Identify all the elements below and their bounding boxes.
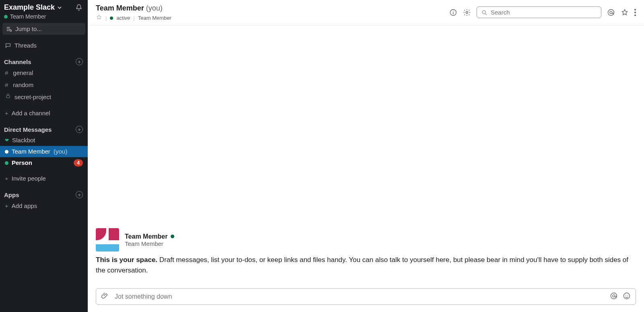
heart-icon: ❤: [5, 136, 9, 145]
intro-name: Team Member: [125, 233, 167, 240]
starred-items-icon[interactable]: [621, 8, 629, 17]
add-app-icon[interactable]: +: [76, 191, 83, 198]
subtitle-name: Team Member: [138, 15, 171, 21]
dms-section-header: Direct Messages +: [0, 119, 88, 135]
svg-point-7: [610, 11, 612, 14]
add-channel-link[interactable]: + Add a channel: [0, 107, 88, 119]
main-pane: Team Member (you) | active | Team Member: [88, 0, 644, 312]
more-actions-icon[interactable]: [634, 9, 636, 16]
threads-label: Threads: [14, 41, 37, 50]
svg-point-3: [453, 10, 454, 11]
message-area: Team Member Team Member This is your spa…: [88, 25, 644, 312]
plus-icon: +: [5, 202, 8, 210]
you-suffix: (you): [54, 148, 67, 155]
plus-icon: +: [5, 174, 8, 183]
add-channel-label: Add a channel: [12, 109, 50, 118]
svg-point-11: [625, 295, 626, 296]
emoji-button[interactable]: [623, 292, 631, 301]
presence-icon: [171, 235, 174, 238]
workspace-switcher[interactable]: Example Slack: [4, 3, 63, 12]
add-channel-icon[interactable]: +: [76, 58, 83, 65]
intro-body: Draft messages, list your to-dos, or kee…: [96, 256, 628, 274]
presence-icon: [110, 17, 113, 20]
attach-icon[interactable]: [101, 292, 109, 301]
status-text: active: [116, 15, 130, 21]
intro-text: This is your space. Draft messages, list…: [96, 255, 636, 275]
composer-field[interactable]: [115, 293, 604, 300]
channel-general[interactable]: general: [0, 67, 88, 79]
search-icon: [481, 9, 487, 16]
channel-title-name: Team Member: [96, 4, 144, 12]
dm-name: Slackbot: [12, 136, 35, 145]
add-apps-label: Add apps: [12, 202, 37, 210]
svg-point-5: [482, 10, 485, 14]
invite-people-link[interactable]: + Invite people: [0, 173, 88, 185]
mention-button[interactable]: [610, 292, 618, 301]
svg-rect-1: [6, 96, 10, 98]
current-user-name: Team Member: [10, 13, 46, 20]
channel-name: random: [13, 81, 33, 89]
channel-name: secret-project: [14, 93, 51, 102]
separator: |: [133, 15, 134, 21]
jump-icon: [6, 26, 12, 32]
jump-to-label: Jump to...: [15, 25, 42, 32]
svg-point-4: [466, 11, 468, 13]
add-apps-link[interactable]: + Add apps: [0, 200, 88, 212]
svg-point-6: [608, 9, 614, 15]
search-field[interactable]: [491, 9, 597, 16]
apps-label: Apps: [4, 191, 19, 198]
dm-person[interactable]: Person 4: [0, 157, 88, 168]
channel-name: general: [13, 69, 33, 77]
channels-section-header: Channels +: [0, 52, 88, 67]
channels-label: Channels: [4, 58, 31, 65]
channel-secret-project[interactable]: secret-project: [0, 91, 88, 103]
sidebar: Example Slack Team Member Jump to... Thr…: [0, 0, 88, 312]
sidebar-threads[interactable]: Threads: [0, 40, 88, 52]
invite-people-label: Invite people: [12, 174, 46, 183]
dms-label: Direct Messages: [4, 126, 52, 133]
favorite-star-icon[interactable]: [96, 14, 102, 22]
channel-random[interactable]: random: [0, 79, 88, 91]
channel-title-you: (you): [146, 4, 163, 12]
mentions-icon[interactable]: [607, 8, 615, 17]
hash-icon: [5, 69, 10, 77]
workspace-name: Example Slack: [4, 3, 55, 12]
avatar: [96, 228, 119, 252]
workspace-current-user[interactable]: Team Member: [0, 13, 88, 23]
svg-point-10: [624, 293, 630, 299]
presence-icon: [5, 161, 8, 165]
dm-name: Team Member: [12, 148, 50, 155]
notifications-bell-icon[interactable]: [75, 4, 83, 12]
dm-name: Person: [12, 158, 32, 167]
new-dm-icon[interactable]: +: [76, 126, 83, 133]
channel-header: Team Member (you) | active | Team Member: [88, 0, 644, 25]
dm-slackbot[interactable]: ❤ Slackbot: [0, 135, 88, 146]
channel-intro: Team Member Team Member This is your spa…: [96, 228, 636, 275]
apps-section-header: Apps +: [0, 185, 88, 200]
hash-icon: [5, 81, 10, 89]
intro-strong: This is your space.: [96, 256, 157, 264]
info-icon[interactable]: [449, 8, 457, 17]
jump-to-search[interactable]: Jump to...: [2, 23, 85, 35]
dm-self[interactable]: Team Member (you): [0, 146, 88, 157]
unread-badge: 4: [74, 159, 83, 166]
plus-icon: +: [5, 109, 8, 118]
channel-title[interactable]: Team Member (you): [96, 4, 171, 12]
presence-icon: [4, 15, 8, 19]
svg-point-8: [611, 293, 617, 299]
message-composer[interactable]: [96, 288, 636, 305]
svg-point-9: [613, 295, 615, 297]
intro-subtitle: Team Member: [125, 240, 174, 247]
lock-icon: [5, 93, 11, 102]
chevron-down-icon: [56, 4, 63, 11]
svg-point-12: [627, 295, 628, 296]
separator: |: [105, 15, 107, 21]
gear-icon[interactable]: [463, 8, 471, 17]
threads-icon: [5, 42, 11, 49]
presence-icon: [5, 150, 8, 154]
search-input[interactable]: [477, 6, 601, 18]
